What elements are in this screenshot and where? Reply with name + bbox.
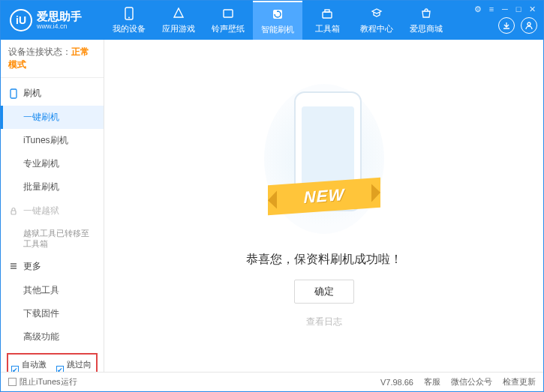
menu-icon[interactable]: ≡ [486,4,497,14]
download-button[interactable] [498,17,515,34]
sidebar-item-itunes-flash[interactable]: iTunes刷机 [1,129,104,152]
check-icon: ✔ [56,366,64,372]
nav-tutorials[interactable]: 教程中心 [352,1,401,40]
checkbox-label: 阻止iTunes运行 [20,376,77,388]
nav-toolbox[interactable]: 工具箱 [302,1,352,40]
section-label: 刷机 [23,87,41,100]
toolbox-icon [320,7,334,20]
sidebar-item-other-tools[interactable]: 其他工具 [1,279,104,302]
success-illustration: NEW [264,84,384,234]
brand-title: 爱思助手 [37,10,82,23]
nav-apps[interactable]: 应用游戏 [154,1,203,40]
close-button[interactable]: ✕ [527,4,537,14]
section-label: 一键越狱 [23,205,59,217]
user-button[interactable] [521,17,537,34]
flash-icon [271,7,284,21]
jailbreak-note: 越狱工具已转移至工具箱 [1,223,104,254]
nav-label: 我的设备 [113,23,146,34]
support-link[interactable]: 客服 [424,376,440,388]
nav-label: 教程中心 [360,23,393,34]
settings-icon[interactable]: ⚙ [473,4,483,14]
titlebar-extra [498,17,537,34]
nav-label: 智能刷机 [261,24,294,35]
statusbar: 阻止iTunes运行 V7.98.66 客服 微信公众号 检查更新 [1,372,543,391]
svg-point-1 [128,16,130,18]
phone-icon [122,7,136,20]
sidebar: 设备连接状态：正常模式 刷机 一键刷机 iTunes刷机 专业刷机 批量刷机 一… [1,40,104,372]
nav-label: 应用游戏 [162,23,195,34]
options-highlight-box: ✔ 自动激活 ✔ 跳过向导 [7,353,98,372]
svg-point-6 [527,22,530,25]
nav-label: 铃声壁纸 [212,23,245,34]
sidebar-item-advanced[interactable]: 高级功能 [1,325,104,349]
body: 设备连接状态：正常模式 刷机 一键刷机 iTunes刷机 专业刷机 批量刷机 一… [1,40,543,372]
nav-flash[interactable]: 智能刷机 [253,1,302,40]
nav-my-device[interactable]: 我的设备 [104,1,154,40]
app-window: iU 爱思助手 www.i4.cn 我的设备 应用游戏 铃声壁纸 智能刷机 [0,0,544,392]
maximize-button[interactable]: □ [513,4,524,14]
list-icon [8,261,19,271]
checkbox-label: 自动激活 [22,359,48,372]
sidebar-item-batch-flash[interactable]: 批量刷机 [1,175,104,199]
device-status: 设备连接状态：正常模式 [1,40,104,78]
svg-rect-7 [11,89,17,98]
sidebar-item-one-click-flash[interactable]: 一键刷机 [1,106,104,129]
nav-ringtones[interactable]: 铃声壁纸 [203,1,253,40]
tutorial-icon [370,7,383,20]
version-label: V7.98.66 [380,378,413,387]
checkbox-label: 跳过向导 [67,359,93,372]
main-content: NEW 恭喜您，保资料刷机成功啦！ 确定 查看日志 [104,40,543,372]
wallpaper-icon [221,7,235,20]
section-flash[interactable]: 刷机 [1,81,104,106]
minimize-button[interactable]: ─ [500,4,510,14]
svg-rect-2 [224,10,233,17]
section-more[interactable]: 更多 [1,254,104,279]
wechat-link[interactable]: 微信公众号 [451,376,492,388]
check-update-link[interactable]: 检查更新 [503,376,536,388]
phone-icon [8,88,19,99]
skip-setup-checkbox[interactable]: ✔ 跳过向导 [56,359,94,372]
sidebar-item-download-firmware[interactable]: 下载固件 [1,302,104,325]
lock-icon [8,206,19,217]
sidebar-item-pro-flash[interactable]: 专业刷机 [1,152,104,175]
nav-label: 爱思商城 [410,23,443,34]
titlebar: iU 爱思助手 www.i4.cn 我的设备 应用游戏 铃声壁纸 智能刷机 [1,1,543,40]
nav-store[interactable]: 爱思商城 [401,1,451,40]
apps-icon [172,7,185,20]
device-status-label: 设备连接状态： [8,46,71,57]
section-label: 更多 [23,260,41,273]
block-itunes-checkbox[interactable]: 阻止iTunes运行 [8,376,77,388]
check-icon: ✔ [11,366,19,372]
store-icon [419,7,433,20]
svg-rect-4 [323,12,332,18]
ok-button[interactable]: 确定 [294,280,354,304]
success-message: 恭喜您，保资料刷机成功啦！ [246,252,402,268]
svg-rect-8 [11,211,16,214]
brand-subtitle: www.i4.cn [37,22,82,30]
auto-activate-checkbox[interactable]: ✔ 自动激活 [11,359,49,372]
nav-label: 工具箱 [315,23,340,34]
checkbox-icon [8,378,17,386]
logo-area: iU 爱思助手 www.i4.cn [1,9,104,31]
logo-icon: iU [10,9,32,31]
view-log-link[interactable]: 查看日志 [306,316,342,328]
section-jailbreak[interactable]: 一键越狱 [1,199,104,223]
svg-rect-5 [325,10,329,12]
window-buttons: ⚙ ≡ ─ □ ✕ [467,1,543,17]
